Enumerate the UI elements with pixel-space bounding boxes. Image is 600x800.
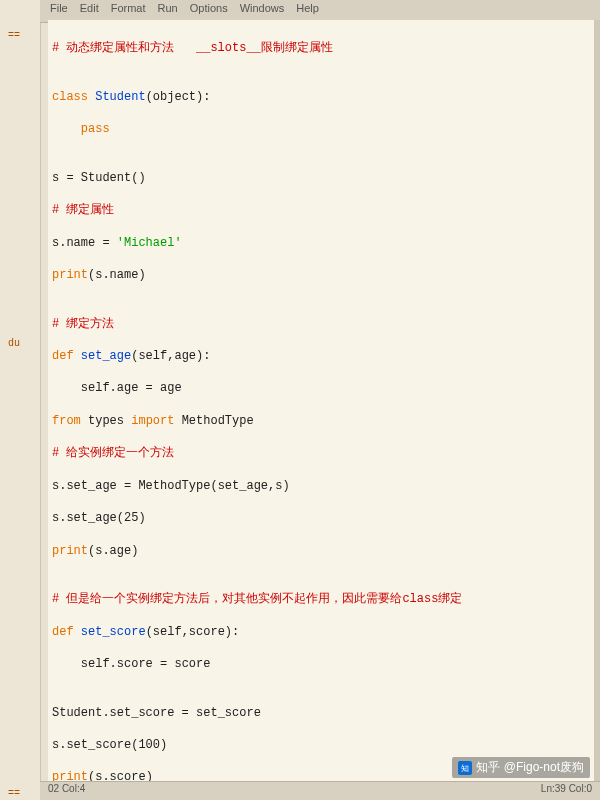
code-editor[interactable]: # 动态绑定属性和方法 __slots__限制绑定属性 class Studen…: [48, 20, 594, 782]
menu-edit[interactable]: Edit: [76, 2, 103, 20]
menu-format[interactable]: Format: [107, 2, 150, 20]
svg-text:知: 知: [461, 763, 469, 772]
menu-run[interactable]: Run: [154, 2, 182, 20]
vertical-scrollbar[interactable]: [594, 20, 600, 782]
zhihu-logo-icon: 知: [458, 761, 472, 775]
watermark-user: @Figo-not废狗: [504, 759, 584, 776]
menu-help[interactable]: Help: [292, 2, 323, 20]
gutter-mark: ==: [8, 788, 20, 799]
zhihu-watermark: 知 知乎 @Figo-not废狗: [452, 757, 590, 778]
menu-file[interactable]: File: [46, 2, 72, 20]
status-right: Ln:39 Col:0: [541, 783, 592, 799]
gutter-mark: ==: [8, 30, 20, 41]
left-gutter: == du ==: [0, 0, 41, 800]
watermark-brand: 知乎: [476, 759, 500, 776]
status-bar: 02 Col:4 Ln:39 Col:0: [40, 781, 600, 800]
menu-options[interactable]: Options: [186, 2, 232, 20]
code-text: # 动态绑定属性和方法 __slots__限制绑定属性: [52, 41, 333, 55]
status-left: 02 Col:4: [48, 783, 85, 799]
menu-windows[interactable]: Windows: [236, 2, 289, 20]
gutter-mark: du: [8, 338, 20, 349]
